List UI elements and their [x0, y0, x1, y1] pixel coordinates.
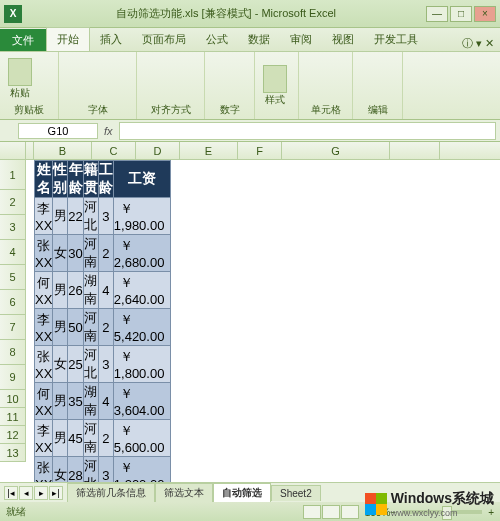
tab-view[interactable]: 视图 — [322, 28, 364, 51]
sheet-nav-prev[interactable]: ◂ — [19, 486, 33, 500]
tab-insert[interactable]: 插入 — [90, 28, 132, 51]
group-clipboard: 剪贴板 — [4, 103, 54, 117]
sheet-nav-first[interactable]: |◂ — [4, 486, 18, 500]
tab-file[interactable]: 文件 — [0, 29, 46, 51]
font-controls[interactable] — [63, 57, 79, 71]
row-header[interactable]: 8 — [0, 340, 26, 365]
select-all-corner[interactable] — [0, 142, 26, 159]
tab-home[interactable]: 开始 — [46, 27, 90, 51]
view-pagebreak-icon[interactable] — [341, 505, 359, 519]
group-font: 字体 — [63, 103, 132, 117]
row-header[interactable]: 3 — [0, 215, 26, 240]
group-align: 对齐方式 — [141, 103, 200, 117]
tab-data[interactable]: 数据 — [238, 28, 280, 51]
maximize-button[interactable]: □ — [450, 6, 472, 22]
window-title: 自动筛选功能.xls [兼容模式] - Microsoft Excel — [26, 6, 426, 21]
row-header[interactable]: 11 — [0, 408, 26, 426]
help-icon[interactable]: ⓘ ▾ ✕ — [462, 36, 494, 51]
name-box[interactable]: G10 — [18, 123, 98, 139]
table-row[interactable]: 何XX男26湖南4￥2,640.00 — [35, 272, 171, 309]
table-row[interactable]: 张XX女28河北3￥1,200.00 — [35, 457, 171, 483]
col-header-G[interactable]: G — [282, 142, 390, 159]
sort-icon[interactable] — [357, 72, 373, 86]
number-controls[interactable] — [209, 64, 225, 78]
table-header-row: 姓名 性别 年龄 籍贯 工龄 工资 — [35, 161, 171, 198]
view-layout-icon[interactable] — [322, 505, 340, 519]
row-header[interactable]: 6 — [0, 290, 26, 315]
row-header[interactable]: 10 — [0, 390, 26, 408]
align-controls[interactable] — [141, 57, 157, 71]
minimize-button[interactable]: — — [426, 6, 448, 22]
column-headers[interactable]: B C D E F G — [0, 142, 500, 160]
sheet-tab[interactable]: Sheet2 — [271, 485, 321, 501]
formula-bar[interactable] — [119, 122, 496, 140]
format-painter-icon[interactable] — [38, 87, 54, 101]
format-cells-icon[interactable] — [303, 87, 319, 101]
sheet-nav-last[interactable]: ▸| — [49, 486, 63, 500]
watermark: Windows系统城 www.wxclyy.com — [365, 490, 494, 518]
insert-cells-icon[interactable] — [303, 57, 319, 71]
tab-formulas[interactable]: 公式 — [196, 28, 238, 51]
window-titlebar: X 自动筛选功能.xls [兼容模式] - Microsoft Excel — … — [0, 0, 500, 28]
style-icon — [263, 65, 287, 93]
row-header[interactable]: 12 — [0, 426, 26, 444]
table-row[interactable]: 李XX男45河南2￥5,600.00 — [35, 420, 171, 457]
col-header-C[interactable]: C — [92, 142, 136, 159]
row-headers[interactable]: 1 2 3 4 5 6 7 8 9 10 11 12 13 — [0, 160, 26, 462]
fx-icon[interactable]: fx — [98, 125, 119, 137]
paste-button[interactable]: 粘贴 — [4, 56, 36, 102]
group-cells: 单元格 — [303, 103, 348, 117]
row-header[interactable]: 7 — [0, 315, 26, 340]
col-header-E[interactable]: E — [180, 142, 238, 159]
tab-dev[interactable]: 开发工具 — [364, 28, 428, 51]
ribbon: 粘贴 剪贴板 字体 对齐方式 数字 样式 单元格 编辑 — [0, 52, 500, 120]
group-number: 数字 — [209, 103, 250, 117]
row-header[interactable]: 9 — [0, 365, 26, 390]
header-origin[interactable]: 籍贯 — [83, 161, 98, 198]
header-name[interactable]: 姓名 — [35, 161, 53, 198]
col-header-D[interactable]: D — [136, 142, 180, 159]
copy-icon[interactable] — [38, 72, 54, 86]
col-header-H[interactable] — [390, 142, 440, 159]
sheet-tab[interactable]: 筛选文本 — [155, 483, 213, 502]
view-normal-icon[interactable] — [303, 505, 321, 519]
autosum-icon[interactable] — [357, 57, 373, 71]
header-salary[interactable]: 工资 — [113, 161, 171, 198]
tab-review[interactable]: 审阅 — [280, 28, 322, 51]
row-header[interactable]: 13 — [0, 444, 26, 462]
windows-icon — [365, 493, 387, 515]
delete-cells-icon[interactable] — [303, 72, 319, 86]
tab-layout[interactable]: 页面布局 — [132, 28, 196, 51]
table-row[interactable]: 李XX男50河南2￥5,420.00 — [35, 309, 171, 346]
sheet-nav-next[interactable]: ▸ — [34, 486, 48, 500]
row-header[interactable]: 2 — [0, 190, 26, 215]
row-header[interactable]: 4 — [0, 240, 26, 265]
group-editing: 编辑 — [357, 103, 398, 117]
table-row[interactable]: 张XX女30河南2￥2,680.00 — [35, 235, 171, 272]
header-seniority[interactable]: 工龄 — [98, 161, 113, 198]
style-button[interactable]: 样式 — [259, 63, 291, 109]
header-age[interactable]: 年龄 — [68, 161, 83, 198]
cut-icon[interactable] — [38, 57, 54, 71]
paste-icon — [8, 58, 32, 86]
status-ready: 就绪 — [6, 505, 26, 519]
header-sex[interactable]: 性别 — [53, 161, 68, 198]
ribbon-tabs: 文件 开始 插入 页面布局 公式 数据 审阅 视图 开发工具 ⓘ ▾ ✕ — [0, 28, 500, 52]
table-row[interactable]: 张XX女25河北3￥1,800.00 — [35, 346, 171, 383]
find-icon[interactable] — [357, 87, 373, 101]
col-header-F[interactable]: F — [238, 142, 282, 159]
table-row[interactable]: 何XX男35湖南4￥3,604.00 — [35, 383, 171, 420]
close-button[interactable]: × — [474, 6, 496, 22]
row-header[interactable]: 1 — [0, 160, 26, 190]
data-table[interactable]: 姓名 性别 年龄 籍贯 工龄 工资 李XX男22河北3￥1,980.00 张XX… — [34, 160, 171, 482]
table-row[interactable]: 李XX男22河北3￥1,980.00 — [35, 198, 171, 235]
row-header[interactable]: 5 — [0, 265, 26, 290]
spreadsheet-grid[interactable]: B C D E F G 1 2 3 4 5 6 7 8 9 10 11 12 1… — [0, 142, 500, 482]
sheet-tab-active[interactable]: 自动筛选 — [213, 483, 271, 502]
formula-bar-row: G10 fx — [0, 120, 500, 142]
excel-icon: X — [4, 5, 22, 23]
col-header-B[interactable]: B — [34, 142, 92, 159]
col-header-A[interactable] — [26, 142, 34, 159]
sheet-tab[interactable]: 筛选前几条信息 — [67, 483, 155, 502]
